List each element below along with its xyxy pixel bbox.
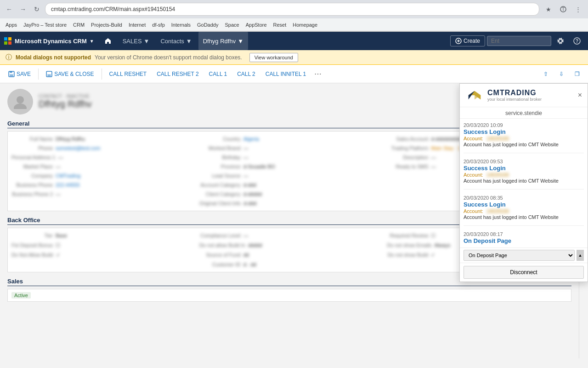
bookmark-space[interactable]: Space	[223, 21, 241, 29]
popup-bottom: On Deposit Page ▲ Disconnect	[460, 247, 588, 282]
call-innitel-button[interactable]: CALL INNITEL 1	[261, 69, 311, 79]
value-business-phone[interactable]: 222-44555	[56, 182, 80, 188]
bookmark-reset[interactable]: Reset	[271, 21, 288, 29]
settings-button[interactable]	[553, 34, 568, 48]
crm-topnav: Microsoft Dynamics CRM ▼ SALES ▼ Contact…	[0, 32, 588, 50]
reload-button[interactable]: ↻	[31, 4, 42, 15]
value-original-client: d-ddd	[243, 201, 256, 206]
back-button[interactable]: ←	[4, 4, 15, 15]
nav-sales[interactable]: SALES ▼	[118, 32, 154, 50]
value-company[interactable]: CMTrading	[56, 173, 80, 178]
entry-1-account: Account: 14029100	[464, 136, 584, 141]
svg-text:T: T	[562, 7, 565, 12]
call2-button[interactable]: CALL 2	[232, 69, 260, 79]
crm-app-dropdown[interactable]: ▼	[90, 39, 94, 44]
label-do-not-allow: Do not allow Build In	[199, 242, 245, 248]
label-tier: Tier	[11, 233, 53, 238]
value-phone[interactable]: sometest@test.com	[56, 145, 100, 151]
label-marketplace: Market Place	[11, 164, 53, 169]
form-row-original-client: Original Client Info d-ddd	[199, 200, 380, 207]
bookmark-appstore[interactable]: AppStore	[244, 21, 269, 29]
nav-contact-name[interactable]: Dfhyg Rdfhv ▼	[198, 32, 248, 50]
bookmark-df-sfp[interactable]: df-sfp	[150, 21, 167, 29]
extension-button[interactable]: T	[557, 3, 570, 16]
popup-close-button[interactable]: ×	[578, 92, 582, 99]
bookmark-internet[interactable]: Internet	[127, 21, 147, 29]
crm-search-input[interactable]	[487, 36, 551, 46]
form-row-marketplace: Market Place —	[11, 163, 192, 170]
view-workaround-button[interactable]: View workaround	[249, 53, 298, 62]
value-country[interactable]: Algeria	[243, 136, 259, 142]
label-do-not-allow-build: Do Not Allow Build	[11, 252, 53, 258]
label-lead-source: Lead Source	[199, 173, 241, 178]
help-button[interactable]: ?	[570, 34, 584, 48]
forward-button[interactable]: →	[17, 4, 28, 15]
cmtrading-brand-name: CMTRADING	[487, 89, 542, 97]
bookmark-projects[interactable]: Projects-Build	[89, 21, 124, 29]
popup-divider-2	[464, 189, 584, 190]
more-actions-button[interactable]: ⋯	[311, 68, 324, 80]
form-row-country: Country Algeria	[199, 135, 380, 143]
bookmark-homepage[interactable]: Homepage	[291, 21, 319, 29]
label-customer-id: Customer ID	[199, 262, 241, 267]
address-bar[interactable]	[45, 3, 539, 16]
label-birthday: Birthday	[199, 155, 241, 160]
label-ready-sms: Ready to SMS	[387, 164, 428, 169]
value-ready-sms: —	[431, 164, 436, 169]
value-customer-id: d - dd	[243, 262, 256, 267]
label-required-review: Required Review	[387, 233, 428, 238]
nav-contacts[interactable]: Contacts ▼	[156, 32, 196, 50]
form-row-business-phone: Business Phone 222-44555	[11, 181, 192, 189]
entry-2-account: Account: 14029100	[464, 172, 584, 178]
call-reshet2-button[interactable]: CALL RESHET 2	[152, 69, 203, 79]
nav-up-button[interactable]: ⇧	[539, 69, 553, 79]
bookmark-godaddy[interactable]: GoDaddy	[195, 21, 220, 29]
nav-sales-dropdown-icon: ▼	[144, 38, 150, 45]
bookmark-crm[interactable]: CRM	[71, 21, 86, 29]
popup-scroll-area[interactable]: 20/03/2020 10:09 Success Login Account: …	[460, 119, 588, 247]
svg-text:?: ?	[576, 39, 578, 44]
form-row-address: Personal Address 1 —	[11, 154, 192, 161]
crm-main: CONTACT · INACTIVE Dfhtyg Rdfhv Contact …	[0, 83, 588, 358]
value-marketplace: —	[56, 164, 61, 169]
bookmark-star-button[interactable]: ★	[542, 3, 555, 16]
form-row-business-phone2: Business Phone 2 —	[11, 190, 192, 198]
value-account-category: d-ddd	[243, 182, 256, 188]
expand-button[interactable]: ❐	[570, 69, 584, 79]
popup-status-select[interactable]: On Deposit Page	[464, 250, 575, 261]
call-reshet-button[interactable]: CALL RESHET	[105, 69, 152, 79]
entry-1-date: 20/03/2020 10:09	[464, 122, 584, 128]
crm-app-name: Microsoft Dynamics CRM	[15, 38, 87, 45]
home-button[interactable]	[100, 32, 116, 50]
disconnect-button[interactable]: Disconnect	[464, 266, 584, 279]
nav-down-button[interactable]: ⇩	[554, 69, 568, 79]
create-button[interactable]: Create	[450, 35, 485, 46]
label-fst-deposit: Fst Deposit Bonus	[11, 242, 53, 248]
menu-button[interactable]: ⋮	[571, 3, 584, 16]
call1-button[interactable]: CALL 1	[204, 69, 232, 79]
entry-4-date: 20/03/2020 08:17	[464, 231, 584, 237]
bookmark-internals[interactable]: Internals	[170, 21, 192, 29]
form-row-lead-source: Lead Source —	[199, 172, 380, 179]
popup-entry-3: 20/03/2020 08:35 Success Login Account: …	[464, 195, 584, 220]
form-row-birthday: Birthday —	[199, 154, 380, 161]
bookmark-jaypro[interactable]: JayPro – Test store	[22, 21, 68, 29]
label-worked-brand: Worked Brand	[199, 145, 241, 151]
crm-toolbar: SAVE SAVE & CLOSE CALL RESHET CALL RESHE…	[0, 65, 588, 83]
save-close-button[interactable]: SAVE & CLOSE	[41, 69, 98, 79]
save-button[interactable]: SAVE	[4, 69, 35, 79]
popup-divider-3	[464, 225, 584, 226]
form-row-empty4	[11, 200, 192, 207]
value-do-not-allow-build: ✓	[56, 252, 60, 258]
popup-entry-4: 20/03/2020 08:17 On Deposit Page	[464, 231, 584, 244]
browser-toolbar: ← → ↻ ★ T ⋮	[0, 0, 588, 18]
value-do-not-show-build: ✓	[431, 252, 435, 258]
label-account-category: Account Category	[199, 182, 241, 188]
entry-1-desc: Account has just logged into CMT Website	[464, 142, 584, 147]
form-row-fullname: Full Name Dfhtyg Rdfhu	[11, 135, 192, 143]
popup-status-scroll-up[interactable]: ▲	[577, 250, 584, 261]
form-row-account-category: Account Category d-ddd	[199, 181, 380, 189]
entry-3-account: Account: 14029100	[464, 208, 584, 214]
bookmark-apps[interactable]: Apps	[4, 21, 19, 29]
svg-rect-3	[8, 37, 11, 40]
